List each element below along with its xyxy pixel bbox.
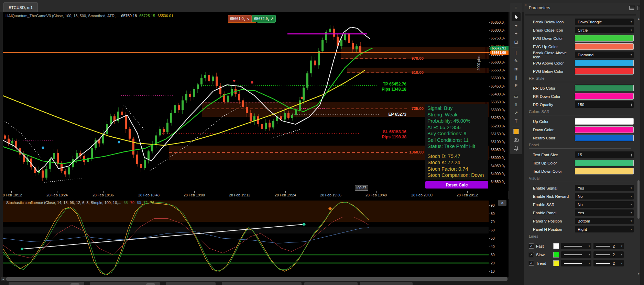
bottom-tab[interactable] — [304, 282, 358, 285]
parameter-dropdown[interactable]: No▾ — [575, 201, 634, 208]
panel-layout-icon[interactable] — [637, 6, 640, 10]
bottom-tab[interactable] — [9, 282, 84, 285]
target-tool-icon[interactable]: ⌖ — [512, 30, 521, 38]
line-enabled-checkbox[interactable]: ✓ — [529, 243, 534, 249]
parameter-color-swatch[interactable] — [575, 126, 634, 133]
time-axis[interactable]: 28 Feb 18:1228 Feb 18:2428 Feb 18:3628 F… — [3, 191, 508, 199]
candle-body — [159, 129, 161, 136]
parameter-color-swatch[interactable] — [575, 135, 634, 141]
parameter-number-stepper[interactable]: 150▲▼ — [575, 101, 634, 108]
parameter-dropdown[interactable]: Yes▾ — [575, 209, 634, 216]
cursor-tool-icon[interactable] — [512, 12, 521, 21]
drawing-toolbar: ⠿+⌖⊡|✎≋∥F▭⇧↗T — [510, 3, 522, 154]
line-color-swatch[interactable] — [553, 252, 559, 258]
crosshair-tool-icon[interactable]: + — [512, 21, 521, 30]
candle-body — [163, 129, 165, 132]
fibonacci-tool-icon[interactable]: F — [512, 81, 521, 90]
stoch-info-line: Stoch K: 72.24 — [427, 159, 486, 166]
time-tick — [194, 191, 195, 193]
drag-handle-icon[interactable]: ⠿ — [512, 4, 521, 12]
line-color-swatch[interactable] — [553, 243, 559, 249]
candle-body — [208, 75, 210, 81]
stoch-tick: 10 — [491, 269, 509, 273]
parameter-color-swatch[interactable] — [575, 60, 634, 66]
chevron-down-icon: ▾ — [631, 228, 632, 231]
parameters-title: Parameters — [529, 5, 550, 10]
text-tool-icon[interactable]: T — [512, 117, 521, 125]
trend-arrow-tool-icon[interactable]: ↗ — [512, 109, 521, 117]
parameter-dropdown[interactable]: Diamond▾ — [575, 52, 634, 58]
main-chart[interactable] — [3, 12, 489, 191]
parameter-dropdown[interactable]: No▾ — [575, 193, 634, 200]
bottom-tab[interactable] — [90, 282, 160, 285]
parameter-dropdown[interactable]: Yes▾ — [575, 185, 634, 191]
parameter-dropdown[interactable]: Right▾ — [575, 226, 634, 232]
line-style-dropdown[interactable]: ▾ — [561, 260, 591, 266]
close-indicator-icon[interactable]: ✕ — [498, 200, 506, 206]
parameter-dropdown[interactable]: Circle▾ — [575, 27, 634, 33]
candle-body — [189, 94, 191, 97]
parameter-label: Enable Risk Reward — [533, 194, 575, 198]
vertical-line-tool-icon[interactable]: | — [512, 48, 521, 57]
line-color-swatch[interactable] — [553, 260, 559, 266]
bottom-tab[interactable] — [166, 282, 216, 285]
chart-tab[interactable]: BTCUSD, m1 — [3, 2, 38, 12]
pencil-tool-icon[interactable]: ✎ — [512, 57, 521, 65]
line-style-dropdown[interactable]: ▾ — [561, 251, 591, 258]
sell-badge: 65661.00 — [489, 50, 509, 55]
candle-body — [250, 113, 252, 121]
candle-body — [261, 124, 263, 129]
parameter-color-swatch[interactable] — [575, 68, 634, 75]
stochastic-chart[interactable] — [3, 199, 489, 277]
window-edge — [640, 0, 644, 285]
panel-scrollbar[interactable] — [637, 180, 640, 219]
parameter-dropdown[interactable]: Bottom▾ — [575, 218, 634, 224]
parameter-dropdown[interactable]: DownTriangle▾ — [575, 19, 634, 25]
undock-panel-icon[interactable] — [629, 6, 635, 10]
channel-tool-icon[interactable]: ≋ — [512, 65, 521, 73]
parameter-color-swatch[interactable] — [575, 160, 634, 166]
bell-icon[interactable] — [512, 144, 521, 152]
reset-calc-button[interactable]: Reset Calc — [425, 181, 488, 189]
parameter-label: Enable Signal — [533, 186, 575, 190]
line-width-dropdown[interactable]: 2▾ — [593, 251, 624, 258]
parallel-lines-tool-icon[interactable]: ∥ — [512, 73, 521, 81]
arrow-shape-tool-icon[interactable]: ⇧ — [512, 100, 521, 109]
horizontal-scrollbar[interactable] — [6, 277, 507, 281]
line-enabled-checkbox[interactable]: ✓ — [529, 252, 534, 257]
stochastic-axis[interactable]: 908070605040302010 — [489, 199, 509, 277]
scroll-down-icon[interactable]: ▼ — [637, 272, 640, 275]
target-square-tool-icon[interactable]: ⊡ — [512, 38, 521, 46]
price-tick: 65400.00 — [491, 92, 509, 97]
line-style-dropdown[interactable]: ▾ — [561, 243, 591, 249]
bottom-tab[interactable] — [360, 282, 413, 285]
sar-white — [272, 129, 301, 138]
parameter-color-swatch[interactable] — [575, 43, 634, 50]
parameter-label: Enable Panel — [533, 211, 575, 215]
price-axis[interactable]: 65850.0065800.0065750.0065700.0065650.00… — [489, 12, 509, 191]
line-enabled-checkbox[interactable]: ✓ — [529, 261, 534, 266]
parameter-color-swatch[interactable] — [575, 93, 634, 100]
line-width-dropdown[interactable]: 2▾ — [593, 260, 624, 266]
parameter-color-swatch[interactable] — [575, 168, 634, 174]
stepper-arrows-icon[interactable]: ▲▼ — [631, 153, 633, 157]
stepper-arrows-icon[interactable]: ▲▼ — [631, 103, 633, 106]
parameter-color-swatch[interactable] — [575, 118, 634, 125]
time-label: 28 Feb 19:00 — [179, 193, 210, 197]
parameter-color-swatch[interactable] — [575, 85, 634, 91]
line-width-dropdown[interactable]: 2▾ — [593, 243, 624, 249]
parameter-number-stepper[interactable]: 15▲▼ — [575, 151, 634, 158]
scroll-left-icon[interactable]: ◂ — [1, 277, 6, 281]
rectangle-tool-icon[interactable]: ▭ — [512, 92, 521, 100]
parameter-color-swatch[interactable] — [575, 35, 634, 42]
candle-body — [11, 141, 13, 144]
bottom-tab[interactable] — [222, 282, 302, 285]
scroll-up-icon[interactable]: ▲ — [637, 17, 640, 21]
color-swatch-icon[interactable] — [512, 127, 521, 136]
sell-button[interactable]: 65661.00↘ — [228, 15, 252, 22]
camera-icon[interactable] — [512, 136, 521, 144]
candle-body — [265, 123, 267, 129]
parameters-header[interactable]: ⠿⠿⠿⠿⠿ Parameters — [524, 3, 640, 13]
buy-button[interactable]: 65672.91↗ — [252, 15, 276, 22]
candle-body — [64, 171, 66, 174]
